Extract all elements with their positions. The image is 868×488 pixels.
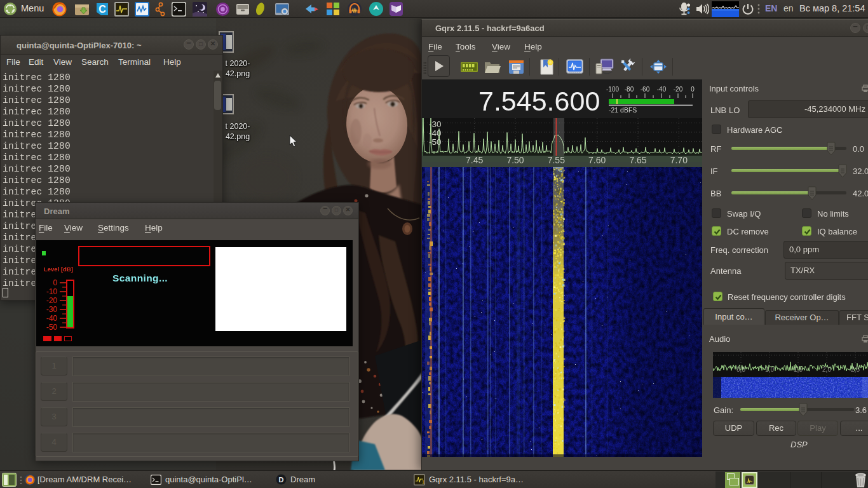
svg-text:7.50: 7.50 [506,155,524,165]
svg-text:-50: -50 [429,137,442,147]
svg-text:7.70: 7.70 [670,155,688,165]
svg-text:0,5: 0,5 [736,366,745,373]
svg-text:-80: -80 [625,86,634,93]
svg-text:-40: -40 [657,86,667,93]
svg-text:7.65: 7.65 [629,155,646,165]
svg-text:2,0: 2,0 [822,366,831,373]
svg-text:D: D [279,476,284,484]
svg-text:-60: -60 [641,86,650,93]
svg-text:2,5: 2,5 [851,366,860,373]
svg-text:-20: -20 [674,86,683,93]
svg-text:7.60: 7.60 [588,155,606,165]
svg-text:0: 0 [691,86,695,93]
svg-text:1,5: 1,5 [794,366,803,373]
svg-text:7.45: 7.45 [466,155,483,165]
svg-text:-21 dBFS: -21 dBFS [609,106,637,114]
svg-text:-30: -30 [429,119,442,129]
svg-text:-100: -100 [606,86,619,93]
svg-text:-40: -40 [429,128,442,138]
svg-text:1: 1 [422,480,424,484]
svg-text:1,0: 1,0 [765,366,774,373]
svg-text:C: C [98,4,106,15]
svg-text:7.55: 7.55 [548,155,565,165]
